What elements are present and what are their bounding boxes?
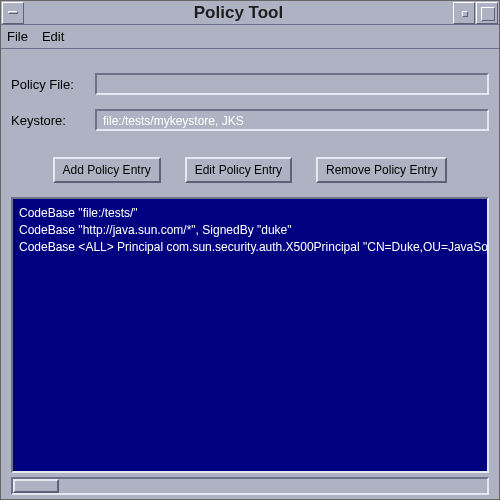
horizontal-scrollbar[interactable] <box>11 477 489 495</box>
minimize-button[interactable] <box>453 2 475 24</box>
keystore-label: Keystore: <box>11 113 95 128</box>
maximize-button[interactable] <box>476 2 498 24</box>
system-menu-button[interactable] <box>2 2 24 24</box>
policy-file-input[interactable] <box>95 73 489 95</box>
window-title: Policy Tool <box>24 3 453 23</box>
menubar: File Edit <box>1 25 499 49</box>
keystore-row: Keystore: file:/tests/mykeystore, JKS <box>11 109 489 131</box>
policy-tool-window: Policy Tool File Edit Policy File: Keyst… <box>0 0 500 500</box>
button-row: Add Policy Entry Edit Policy Entry Remov… <box>11 157 489 183</box>
menu-file[interactable]: File <box>7 29 28 44</box>
titlebar: Policy Tool <box>1 1 499 25</box>
policy-file-label: Policy File: <box>11 77 95 92</box>
remove-policy-entry-button[interactable]: Remove Policy Entry <box>316 157 447 183</box>
dash-icon <box>8 11 18 14</box>
content-area: Policy File: Keystore: file:/tests/mykey… <box>1 49 499 499</box>
policy-file-row: Policy File: <box>11 73 489 95</box>
add-policy-entry-button[interactable]: Add Policy Entry <box>53 157 161 183</box>
scrollbar-thumb[interactable] <box>13 479 59 493</box>
policy-entries-list[interactable]: CodeBase "file:/tests/" CodeBase "http:/… <box>11 197 489 473</box>
list-item[interactable]: CodeBase "file:/tests/" <box>19 205 481 222</box>
list-item[interactable]: CodeBase "http://java.sun.com/*", Signed… <box>19 222 481 239</box>
menu-edit[interactable]: Edit <box>42 29 64 44</box>
list-item[interactable]: CodeBase <ALL> Principal com.sun.securit… <box>19 239 481 256</box>
edit-policy-entry-button[interactable]: Edit Policy Entry <box>185 157 292 183</box>
keystore-input[interactable]: file:/tests/mykeystore, JKS <box>95 109 489 131</box>
